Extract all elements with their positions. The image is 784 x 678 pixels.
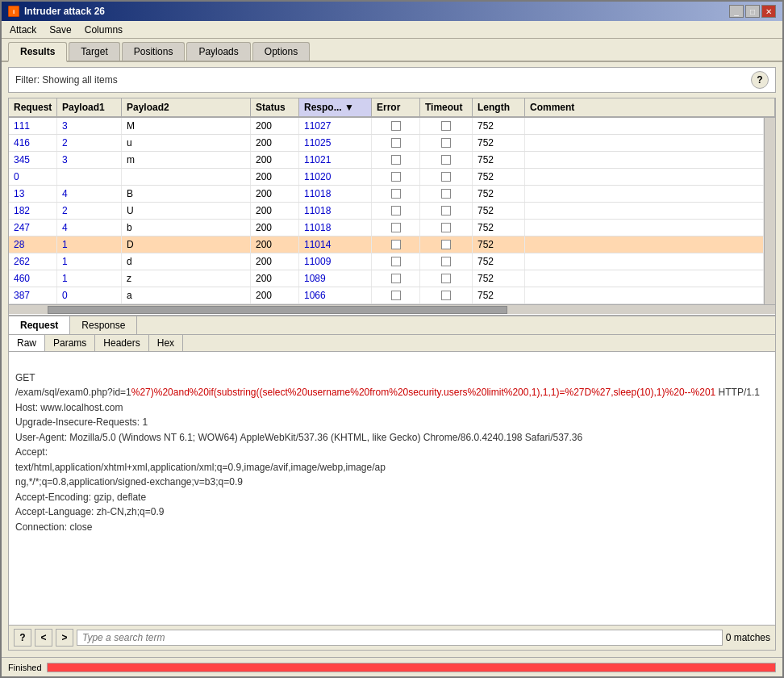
bottom-tabs: Request Response [9, 316, 775, 335]
table-row[interactable]: 416 2 u 200 11025 752 [9, 135, 764, 152]
td-payload1: 4 [57, 220, 122, 236]
td-comment [525, 287, 764, 303]
td-length: 752 [473, 169, 525, 185]
app-icon: i [8, 6, 19, 17]
tab-positions[interactable]: Positions [122, 42, 186, 61]
error-checkbox[interactable] [391, 172, 401, 182]
td-status: 200 [251, 118, 299, 134]
td-status: 200 [251, 186, 299, 202]
sub-tab-hex[interactable]: Hex [149, 335, 183, 351]
table-row[interactable]: 345 3 m 200 11021 752 [9, 152, 764, 169]
td-payload1: 1 [57, 270, 122, 287]
maximize-button[interactable]: □ [745, 5, 760, 18]
tab-request[interactable]: Request [9, 316, 70, 334]
table-row[interactable]: 247 4 b 200 11018 752 [9, 220, 764, 236]
timeout-checkbox[interactable] [441, 274, 451, 283]
error-checkbox[interactable] [391, 155, 401, 165]
td-timeout [420, 118, 473, 134]
error-checkbox[interactable] [391, 138, 401, 148]
error-checkbox[interactable] [391, 189, 401, 199]
td-comment [525, 186, 764, 202]
td-comment [525, 203, 764, 219]
error-checkbox[interactable] [391, 240, 401, 249]
td-status: 200 [251, 270, 299, 287]
bottom-panel: Request Response Raw Params Headers Hex … [8, 316, 776, 651]
error-checkbox[interactable] [391, 274, 401, 283]
vertical-scrollbar[interactable] [764, 118, 775, 304]
td-timeout [420, 220, 473, 236]
error-checkbox[interactable] [391, 121, 401, 131]
table-row[interactable]: 13 4 B 200 11018 752 [9, 186, 764, 203]
td-response: 11020 [299, 169, 372, 185]
td-request: 0 [9, 169, 57, 185]
tab-options[interactable]: Options [252, 42, 310, 61]
error-checkbox[interactable] [391, 206, 401, 216]
table-scroll[interactable]: 111 3 M 200 11027 752 416 2 u 200 11025 … [9, 118, 764, 304]
timeout-checkbox[interactable] [441, 155, 451, 165]
td-error [372, 270, 420, 287]
menu-save[interactable]: Save [44, 23, 76, 37]
col-response[interactable]: Respo... ▼ [299, 98, 372, 116]
timeout-checkbox[interactable] [441, 257, 451, 266]
td-payload2: U [122, 203, 251, 219]
sub-tab-params[interactable]: Params [45, 335, 95, 351]
timeout-checkbox[interactable] [441, 189, 451, 199]
minimize-button[interactable]: _ [729, 5, 744, 18]
td-error [372, 203, 420, 219]
table-row[interactable]: 28 1 D 200 11014 752 [9, 236, 764, 253]
tab-payloads[interactable]: Payloads [186, 42, 250, 61]
help-search-button[interactable]: ? [14, 629, 31, 647]
horizontal-scrollbar[interactable] [9, 304, 775, 314]
timeout-checkbox[interactable] [441, 223, 451, 232]
sub-tab-headers[interactable]: Headers [95, 335, 148, 351]
td-request: 262 [9, 253, 57, 270]
req-http: HTTP/1.1 Host: www.localhost.com Upgrade… [15, 387, 760, 533]
td-response: 11018 [299, 186, 372, 202]
matches-label: 0 matches [726, 632, 770, 643]
timeout-checkbox[interactable] [441, 206, 451, 216]
td-request: 28 [9, 236, 57, 253]
window-title: Intruder attack 26 [24, 6, 105, 17]
tab-response[interactable]: Response [70, 316, 137, 334]
td-comment [525, 220, 764, 236]
td-payload2: B [122, 186, 251, 202]
table-row[interactable]: 182 2 U 200 11018 752 [9, 203, 764, 220]
back-button[interactable]: < [35, 629, 52, 647]
forward-button[interactable]: > [56, 629, 73, 647]
td-request: 416 [9, 135, 57, 151]
close-button[interactable]: ✕ [761, 5, 776, 18]
error-checkbox[interactable] [391, 291, 401, 300]
td-response: 11018 [299, 203, 372, 219]
filter-help-button[interactable]: ? [751, 71, 769, 89]
timeout-checkbox[interactable] [441, 121, 451, 131]
table-row[interactable]: 262 1 d 200 11009 752 [9, 253, 764, 270]
td-length: 752 [473, 186, 525, 202]
error-checkbox[interactable] [391, 257, 401, 266]
td-payload1: 1 [57, 253, 122, 270]
error-checkbox[interactable] [391, 223, 401, 232]
timeout-checkbox[interactable] [441, 291, 451, 300]
td-length: 752 [473, 118, 525, 134]
table-row[interactable]: 387 0 a 200 1066 752 [9, 287, 764, 304]
td-comment [525, 236, 764, 253]
td-response: 11014 [299, 236, 372, 253]
search-input[interactable] [77, 630, 723, 646]
table-row[interactable]: 0 200 11020 752 [9, 169, 764, 186]
timeout-checkbox[interactable] [441, 172, 451, 182]
menu-attack[interactable]: Attack [5, 23, 41, 37]
td-payload2 [122, 169, 251, 185]
table-row[interactable]: 460 1 z 200 1089 752 [9, 270, 764, 287]
td-error [372, 220, 420, 236]
horizontal-scrollbar-thumb[interactable] [48, 306, 507, 314]
td-request: 345 [9, 152, 57, 168]
td-request: 460 [9, 270, 57, 287]
table-row[interactable]: 111 3 M 200 11027 752 [9, 118, 764, 135]
timeout-checkbox[interactable] [441, 240, 451, 249]
timeout-checkbox[interactable] [441, 138, 451, 148]
tab-results[interactable]: Results [8, 42, 67, 62]
td-status: 200 [251, 236, 299, 253]
tab-target[interactable]: Target [69, 42, 119, 61]
menu-columns[interactable]: Columns [80, 23, 127, 37]
sub-tab-raw[interactable]: Raw [9, 335, 45, 351]
td-payload1: 4 [57, 186, 122, 202]
